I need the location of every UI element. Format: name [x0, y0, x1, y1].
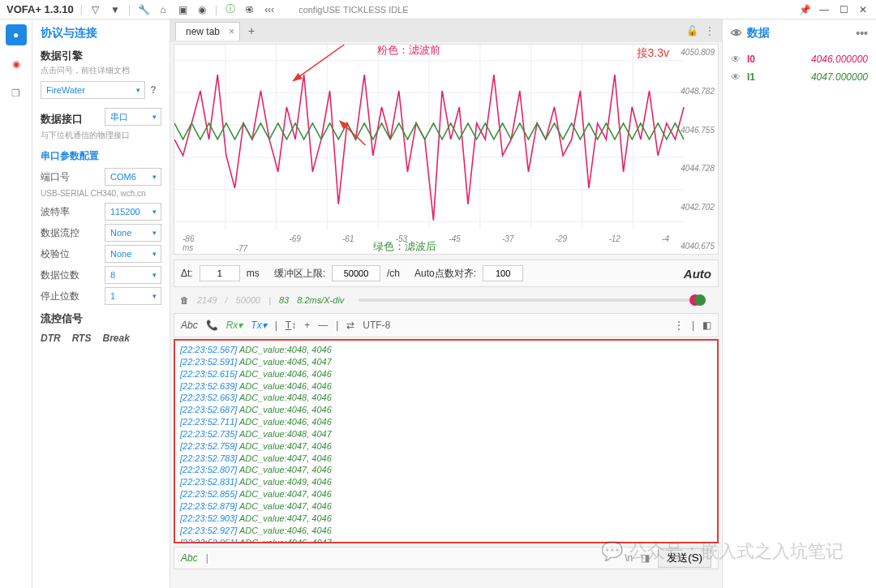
terminal-toolbar: Abc 📞 Rx▾ Tx▾ | T↕ + — | ⇄ UTF-8 ⋮ | ◧ — [174, 313, 719, 337]
nav-icon[interactable]: ▼ — [109, 3, 122, 16]
rail-protocol-icon[interactable]: ● — [6, 24, 27, 45]
collapse-icon[interactable]: ‹‹‹ — [263, 3, 276, 16]
align-input[interactable] — [483, 265, 523, 281]
trash-icon[interactable]: 🗑 — [180, 295, 189, 305]
eye-icon[interactable]: 👁 — [731, 71, 744, 83]
iface-help: 与下位机通信的物理接口 — [41, 130, 161, 141]
baud-dropdown[interactable]: 115200 — [105, 203, 161, 221]
tab-menu-icon[interactable]: ⋮ — [702, 25, 717, 36]
xdiv-text: 8.2ms/X-div — [297, 295, 344, 305]
input-bar: Abc | \n ◨ 发送(S) — [174, 547, 719, 569]
dt-input[interactable] — [200, 265, 240, 281]
svg-line-17 — [340, 121, 365, 145]
port-device: USB-SERIAL CH340, wch.cn — [41, 189, 161, 198]
minus-icon[interactable]: — — [318, 320, 328, 331]
stopbits-label: 停止位数 — [41, 290, 79, 303]
engine-dropdown[interactable]: FireWater — [41, 81, 145, 99]
dtr-toggle[interactable]: DTR — [41, 333, 61, 344]
break-toggle[interactable]: Break — [102, 333, 129, 344]
tab-bar: new tab × + 🔓 ⋮ — [170, 19, 722, 42]
terminal-line: [22:23:52.711] ADC_value:4046, 4046 — [180, 416, 712, 428]
titlebar: VOFA+ 1.3.10 | ▽ ▼ | 🔧 ⌂ ▣ ◉ | ⓘ ֎ ‹‹‹ c… — [0, 0, 876, 19]
terminal-line: [22:23:52.615] ADC_value:4046, 4046 — [180, 368, 712, 380]
sidebar: 协议与连接 数据引擎 点击问号，前往详细文档 FireWater ? 数据接口 … — [32, 19, 170, 588]
slider-total: 50000 — [236, 295, 261, 305]
lock-icon[interactable]: 🔓 — [685, 25, 699, 36]
terminal-line: [22:23:52.663] ADC_value:4048, 4046 — [180, 392, 712, 404]
slider-track[interactable] — [359, 298, 706, 302]
terminal-line: [22:23:52.855] ADC_value:4047, 4046 — [180, 488, 712, 500]
newline-toggle[interactable]: \n — [625, 552, 633, 564]
rts-toggle[interactable]: RTS — [72, 333, 92, 344]
flow-dropdown[interactable]: None — [105, 224, 161, 242]
input-split-icon[interactable]: ◨ — [641, 552, 650, 564]
target-icon[interactable]: ◉ — [195, 3, 208, 16]
engine-label: 数据引擎 — [41, 49, 161, 63]
data-row-I1[interactable]: 👁I14047.000000 — [731, 68, 868, 86]
databits-dropdown[interactable]: 8 — [105, 266, 161, 284]
terminal-line: [22:23:52.807] ADC_value:4047, 4046 — [180, 464, 712, 476]
parity-dropdown[interactable]: None — [105, 245, 161, 263]
tab-close-icon[interactable]: × — [229, 26, 234, 37]
send-button[interactable]: 发送(S) — [658, 548, 711, 568]
pin-icon[interactable]: 📌 — [798, 3, 811, 16]
eraser-icon[interactable]: ◧ — [702, 320, 711, 331]
align-label: Auto点数对齐: — [414, 267, 476, 281]
branch-icon[interactable]: ⇄ — [346, 320, 354, 331]
engine-help-icon[interactable]: ? — [145, 84, 161, 96]
tx-toggle[interactable]: Tx▾ — [251, 320, 266, 331]
terminal-line: [22:23:52.567] ADC_value:4048, 4046 — [180, 344, 712, 356]
flowsig-label: 流控信号 — [41, 311, 161, 326]
terminal-line: [22:23:52.951] ADC_value:4046, 4047 — [180, 537, 712, 544]
encoding-label[interactable]: UTF-8 — [363, 320, 390, 331]
eye-icon[interactable]: 👁 — [731, 54, 744, 65]
text-format-icon[interactable]: T↕ — [286, 320, 296, 331]
home-icon[interactable]: ⌂ — [157, 3, 170, 16]
port-dropdown[interactable]: COM6 — [105, 168, 161, 186]
iface-dropdown[interactable]: 串口 — [105, 108, 161, 126]
phone-icon[interactable]: 📞 — [206, 320, 218, 331]
right-panel: 👁 数据 ••• 👁I04046.000000👁I14047.000000 — [722, 19, 876, 588]
slider-knob-green[interactable] — [694, 294, 706, 306]
terminal-line: [22:23:52.831] ADC_value:4049, 4046 — [180, 476, 712, 488]
serial-title: 串口参数配置 — [41, 149, 161, 163]
right-title: 数据 — [747, 26, 770, 41]
tab-new[interactable]: new tab × — [175, 22, 240, 41]
term-menu-icon[interactable]: ⋮ — [674, 320, 684, 331]
buffer-label: 缓冲区上限: — [274, 267, 325, 281]
right-more-icon[interactable]: ••• — [856, 27, 868, 40]
bg-tab: configUSE TICKLESS IDLE — [298, 5, 409, 15]
terminal-line: [22:23:52.735] ADC_value:4048, 4047 — [180, 428, 712, 440]
fingerprint-icon[interactable]: ֎ — [243, 3, 256, 16]
info-icon[interactable]: ⓘ — [224, 3, 237, 16]
rail-record-icon[interactable]: ◉ — [6, 54, 27, 75]
rx-toggle[interactable]: Rx▾ — [226, 320, 243, 331]
rail-copy-icon[interactable]: ❐ — [6, 83, 27, 104]
chart-area[interactable]: 4050.8094048.7824046.7554044.7284042.702… — [174, 44, 719, 255]
terminal-line: [22:23:52.927] ADC_value:4046, 4046 — [180, 525, 712, 537]
nav-down-icon[interactable]: ▽ — [89, 3, 102, 16]
tab-add-icon[interactable]: + — [243, 24, 260, 37]
chart-svg — [174, 45, 718, 254]
terminal-output[interactable]: [22:23:52.567] ADC_value:4048, 4046[22:2… — [174, 339, 719, 543]
auto-button[interactable]: Auto — [684, 267, 711, 281]
slider-pos: 2149 — [197, 295, 217, 305]
sidebar-title: 协议与连接 — [41, 26, 161, 41]
eye-icon[interactable]: 👁 — [731, 27, 742, 40]
input-abc[interactable]: Abc — [181, 552, 198, 564]
control-bar: Δt: ms 缓冲区上限: /ch Auto点数对齐: Auto — [174, 260, 719, 287]
maximize-icon[interactable]: ☐ — [837, 3, 850, 16]
wrench-icon[interactable]: 🔧 — [137, 3, 150, 16]
terminal-line: [22:23:52.783] ADC_value:4047, 4046 — [180, 453, 712, 465]
data-row-I0[interactable]: 👁I04046.000000 — [731, 50, 868, 68]
world-icon[interactable]: ▣ — [176, 3, 189, 16]
close-icon[interactable]: ✕ — [857, 3, 870, 16]
plus-icon[interactable]: + — [304, 320, 310, 331]
terminal-line: [22:23:52.639] ADC_value:4046, 4046 — [180, 380, 712, 393]
dt-label: Δt: — [181, 268, 193, 279]
minimize-icon[interactable]: — — [818, 3, 831, 16]
stopbits-dropdown[interactable]: 1 — [105, 287, 161, 305]
app-title: VOFA+ 1.3.10 — [6, 3, 74, 15]
abc-toggle[interactable]: Abc — [181, 320, 198, 331]
buffer-input[interactable] — [332, 265, 380, 281]
